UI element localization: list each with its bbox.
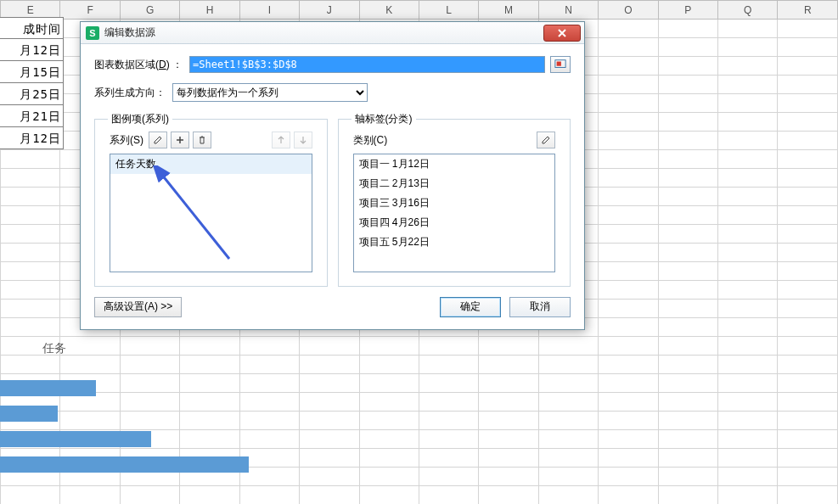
cell[interactable] — [300, 468, 359, 486]
column-header[interactable]: N — [538, 1, 598, 20]
cell[interactable] — [359, 393, 419, 412]
cell[interactable] — [479, 393, 538, 412]
cell[interactable] — [718, 113, 778, 132]
cell[interactable] — [599, 244, 658, 262]
cell[interactable] — [658, 206, 717, 225]
cell[interactable] — [718, 374, 778, 393]
cell[interactable] — [538, 393, 598, 412]
cell[interactable] — [778, 486, 838, 505]
cell[interactable] — [718, 262, 778, 281]
cell[interactable]: 月21日 — [0, 105, 64, 127]
series-direction-select[interactable]: 每列数据作为一个系列 — [172, 83, 368, 102]
cell[interactable] — [1, 262, 60, 281]
cell[interactable]: 月15日 — [0, 61, 64, 83]
cell[interactable] — [778, 300, 838, 318]
cell[interactable] — [599, 318, 658, 337]
cell[interactable] — [180, 486, 239, 505]
cell[interactable] — [1, 188, 60, 206]
list-item[interactable]: 项目四 4月26日 — [354, 213, 555, 232]
cell[interactable] — [718, 393, 778, 412]
cell[interactable] — [658, 262, 717, 281]
list-item[interactable]: 项目二 2月13日 — [354, 174, 555, 193]
cell[interactable] — [718, 206, 778, 225]
cell[interactable] — [718, 468, 778, 486]
column-header[interactable]: L — [419, 1, 478, 20]
cell[interactable] — [180, 337, 239, 356]
column-header[interactable]: I — [239, 1, 299, 20]
cell[interactable] — [300, 430, 359, 449]
cell[interactable] — [180, 412, 239, 430]
cell[interactable] — [718, 318, 778, 337]
cell[interactable] — [1, 356, 60, 374]
cell[interactable] — [599, 57, 658, 76]
cell[interactable] — [599, 169, 658, 188]
column-header[interactable]: F — [60, 1, 120, 20]
cell[interactable] — [718, 412, 778, 430]
cell[interactable] — [419, 356, 478, 374]
cell[interactable] — [778, 225, 838, 244]
cell[interactable] — [778, 356, 838, 374]
cell[interactable] — [120, 486, 179, 505]
cell[interactable]: 月12日 — [0, 39, 64, 61]
cell[interactable] — [599, 412, 658, 430]
cell[interactable] — [1, 206, 60, 225]
cell[interactable] — [658, 150, 717, 169]
collapse-range-button[interactable] — [550, 56, 571, 73]
cell[interactable] — [778, 57, 838, 76]
cell[interactable] — [538, 412, 598, 430]
list-item[interactable]: 项目一 1月12日 — [354, 154, 555, 174]
cell[interactable] — [359, 449, 419, 468]
series-list[interactable]: 任务天数 — [110, 154, 312, 272]
cell[interactable] — [120, 356, 179, 374]
cell[interactable] — [419, 449, 478, 468]
cell[interactable] — [658, 188, 717, 206]
cell[interactable] — [658, 113, 717, 132]
cell[interactable] — [60, 486, 120, 505]
cell[interactable] — [180, 356, 239, 374]
cell[interactable] — [658, 76, 717, 94]
cell[interactable] — [718, 150, 778, 169]
cell[interactable] — [599, 486, 658, 505]
cell[interactable] — [300, 337, 359, 356]
cell[interactable] — [718, 57, 778, 76]
cell[interactable] — [658, 281, 717, 300]
cell[interactable] — [1, 150, 60, 169]
cell[interactable] — [718, 300, 778, 318]
cell[interactable] — [419, 430, 478, 449]
list-item[interactable]: 任务天数 — [110, 154, 312, 174]
cell[interactable] — [778, 206, 838, 225]
cell[interactable] — [658, 244, 717, 262]
cell[interactable] — [599, 356, 658, 374]
cell[interactable] — [778, 468, 838, 486]
cell[interactable] — [778, 430, 838, 449]
cell[interactable] — [718, 486, 778, 505]
add-series-button[interactable] — [171, 132, 189, 148]
cell[interactable] — [778, 38, 838, 57]
cell[interactable] — [1, 244, 60, 262]
cell[interactable] — [1, 281, 60, 300]
axis-list[interactable]: 项目一 1月12日项目二 2月13日项目三 3月16日项目四 4月26日项目五 … — [353, 154, 556, 272]
cell[interactable] — [1, 318, 60, 337]
cancel-button[interactable]: 取消 — [509, 297, 571, 317]
cell[interactable] — [120, 374, 179, 393]
cell[interactable] — [658, 356, 717, 374]
cell[interactable] — [718, 94, 778, 113]
delete-series-button[interactable] — [193, 132, 211, 148]
column-header[interactable]: J — [300, 1, 359, 20]
dialog-titlebar[interactable]: S 编辑数据源 — [81, 22, 584, 44]
cell[interactable] — [1, 225, 60, 244]
cell[interactable] — [658, 337, 717, 356]
cell[interactable] — [718, 356, 778, 374]
cell[interactable] — [658, 486, 717, 505]
cell[interactable] — [599, 337, 658, 356]
column-header[interactable]: M — [479, 1, 538, 20]
cell[interactable] — [239, 430, 299, 449]
cell[interactable] — [419, 374, 478, 393]
cell[interactable] — [599, 206, 658, 225]
column-header[interactable]: P — [658, 1, 717, 20]
cell[interactable] — [180, 430, 239, 449]
cell[interactable] — [479, 430, 538, 449]
cell[interactable] — [658, 393, 717, 412]
cell[interactable] — [300, 412, 359, 430]
cell[interactable] — [599, 150, 658, 169]
